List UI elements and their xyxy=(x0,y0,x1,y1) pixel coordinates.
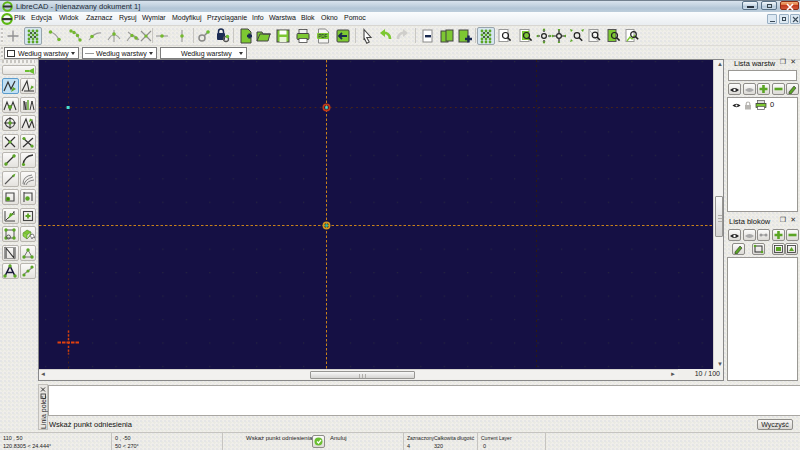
svg-text:Linia poleć: Linia poleć xyxy=(40,395,48,429)
svg-text:PDF: PDF xyxy=(318,34,327,39)
